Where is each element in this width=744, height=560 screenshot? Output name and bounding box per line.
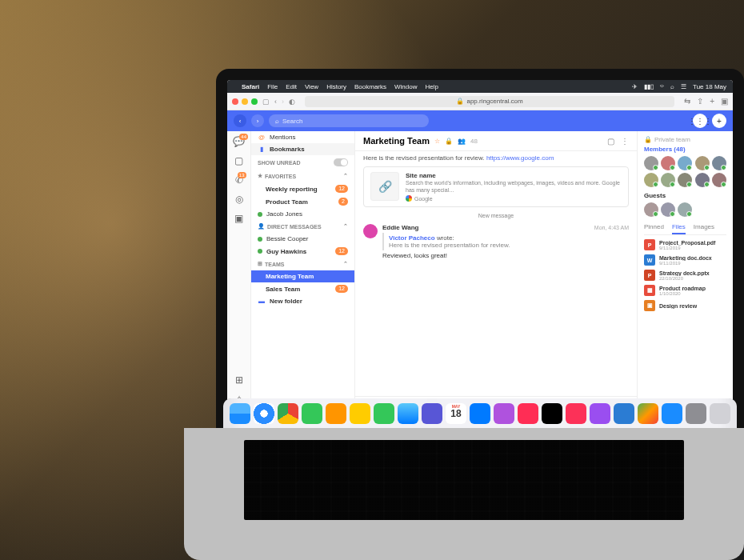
url-bar[interactable]: 🔒 app.ringcentral.com: [305, 96, 674, 107]
location-icon[interactable]: ✈︎: [632, 83, 638, 90]
new-action-button[interactable]: +: [712, 114, 726, 128]
avatar[interactable]: [363, 224, 378, 238]
menu-history[interactable]: History: [326, 83, 346, 90]
member-avatar[interactable]: [678, 173, 692, 187]
sidebar-item-new-folder[interactable]: ▬ New folder: [251, 295, 354, 307]
dock-app-icon[interactable]: [542, 403, 562, 424]
message-author[interactable]: Eddie Wang: [382, 224, 418, 231]
member-avatar[interactable]: [661, 173, 675, 187]
menu-file[interactable]: File: [267, 83, 278, 90]
members-icon[interactable]: 👥: [458, 138, 466, 145]
sidebar-item-sales-team[interactable]: Sales Team 12: [251, 282, 354, 295]
wifi-icon[interactable]: ⌔: [660, 83, 664, 90]
sidebar-mentions[interactable]: @ Mentions: [251, 131, 354, 143]
file-item[interactable]: P Project_Proposal.pdf 9/11/2019: [644, 239, 726, 250]
battery-icon[interactable]: ▮▮▯: [644, 83, 654, 90]
sidebar-item-weekly-reporting[interactable]: Weekly reporting 12: [251, 182, 354, 195]
window-controls[interactable]: [232, 98, 258, 105]
members-header[interactable]: Members (48): [644, 146, 726, 153]
menu-window[interactable]: Window: [394, 83, 417, 90]
sidebar-toggle-icon[interactable]: ▢: [262, 98, 270, 106]
dock-app-icon[interactable]: [470, 403, 490, 424]
sidebar-item-jacob-jones[interactable]: Jacob Jones: [251, 208, 354, 220]
dock-chrome-icon[interactable]: [278, 403, 298, 424]
app-forward-button[interactable]: ›: [251, 114, 264, 127]
browser-back-icon[interactable]: ‹: [274, 98, 277, 106]
member-avatar[interactable]: [712, 173, 726, 187]
sidebar-item-product-team[interactable]: Product Team 2: [251, 195, 354, 208]
tabs-icon[interactable]: ▣: [721, 97, 728, 106]
video-icon[interactable]: ▢: [234, 155, 243, 166]
show-unread-toggle[interactable]: SHOW UNREAD: [251, 155, 354, 170]
member-avatar[interactable]: [644, 156, 658, 170]
dock-finder-icon[interactable]: [230, 403, 250, 424]
minimize-icon[interactable]: [242, 98, 248, 105]
browser-forward-icon[interactable]: ›: [282, 98, 284, 106]
menubar-datetime[interactable]: Tue 18 May: [693, 83, 726, 90]
member-avatar[interactable]: [644, 173, 658, 187]
dm-section[interactable]: 👤 DIRECT MESSAGES ⌃: [251, 220, 354, 233]
search-icon[interactable]: ⌕: [670, 83, 674, 90]
dock-calendar-icon[interactable]: [446, 403, 466, 424]
dock-messages-icon[interactable]: [302, 403, 322, 424]
dock-appstore-icon[interactable]: [662, 403, 682, 424]
dock-app-icon[interactable]: [614, 403, 634, 424]
new-tab-icon[interactable]: +: [710, 97, 714, 106]
apps-icon[interactable]: ⊞: [235, 374, 243, 386]
sidebar-item-bessie-cooper[interactable]: Bessie Cooper: [251, 233, 354, 245]
chat-icon[interactable]: 💬44: [233, 136, 245, 147]
dock-app-icon[interactable]: [566, 403, 586, 424]
dock-app-icon[interactable]: [638, 403, 658, 424]
file-item[interactable]: P Strategy deck.pptx 22/10/2020: [644, 270, 726, 281]
search-input[interactable]: [282, 118, 422, 125]
member-avatar[interactable]: [695, 173, 710, 187]
dock-app-icon[interactable]: [326, 403, 346, 424]
app-back-button[interactable]: ‹: [234, 114, 246, 127]
dock-app-icon[interactable]: [590, 403, 610, 424]
file-item[interactable]: W Marketing doc.docx 9/11/2019: [644, 254, 726, 266]
file-item[interactable]: ▦ Product roadmap 1/10/2020: [644, 285, 726, 296]
guest-avatar[interactable]: [661, 202, 675, 217]
menubar-app[interactable]: Safari: [242, 83, 259, 90]
tab-pinned[interactable]: Pinned: [644, 223, 664, 234]
message-link[interactable]: https://www.google.com: [486, 154, 554, 162]
menu-view[interactable]: View: [305, 83, 318, 90]
guest-avatar[interactable]: [678, 202, 692, 217]
shield-icon[interactable]: ◐: [289, 98, 295, 106]
member-avatar[interactable]: [695, 156, 710, 170]
favorite-icon[interactable]: ☆: [434, 138, 440, 145]
file-item[interactable]: ▣ Design review: [644, 300, 726, 311]
toggle-icon[interactable]: [334, 158, 348, 166]
dock-app-icon[interactable]: [350, 403, 370, 424]
dock-app-icon[interactable]: [494, 403, 514, 424]
guest-avatar[interactable]: [644, 202, 658, 217]
translate-icon[interactable]: ⇆: [684, 97, 690, 106]
favorites-section[interactable]: ★ FAVORITES ⌃: [251, 170, 354, 182]
sidebar-item-guy-hawkins[interactable]: Guy Hawkins 12: [251, 245, 354, 258]
contacts-icon[interactable]: ◎: [235, 194, 243, 205]
phone-icon[interactable]: ✆13: [235, 174, 243, 186]
share-icon[interactable]: ⇪: [697, 97, 703, 106]
close-icon[interactable]: [232, 98, 238, 105]
maximize-icon[interactable]: [251, 98, 258, 105]
menu-bookmarks[interactable]: Bookmarks: [354, 83, 386, 90]
dock-safari-icon[interactable]: [254, 403, 274, 424]
global-search[interactable]: ⌕: [269, 114, 429, 127]
video-call-icon[interactable]: ▢: [607, 137, 614, 146]
dock-mail-icon[interactable]: [398, 403, 418, 424]
quote-author[interactable]: Victor Pacheco: [389, 234, 435, 242]
menu-edit[interactable]: Edit: [286, 83, 297, 90]
tab-images[interactable]: Images: [694, 223, 714, 234]
inbox-icon[interactable]: ▣: [234, 213, 243, 224]
sidebar-bookmarks[interactable]: ▮ Bookmarks: [251, 143, 354, 155]
teams-section[interactable]: ⊞ TEAMS ⌃: [251, 258, 354, 270]
guests-header[interactable]: Guests: [644, 192, 726, 199]
tab-files[interactable]: Files: [672, 223, 686, 234]
member-avatar[interactable]: [678, 156, 692, 170]
link-preview[interactable]: 🔗 Site name Search the world's informati…: [363, 166, 629, 207]
dock-app-icon[interactable]: [374, 403, 394, 424]
dock-app-icon[interactable]: [518, 403, 538, 424]
menu-help[interactable]: Help: [425, 83, 438, 90]
dock-settings-icon[interactable]: [686, 403, 706, 424]
dock-trash-icon[interactable]: [710, 403, 730, 424]
